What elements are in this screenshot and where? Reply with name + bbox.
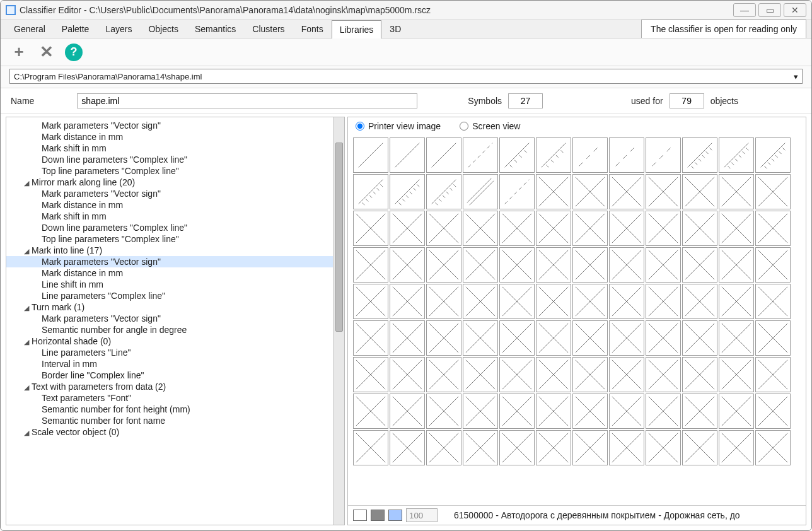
symbol-cell[interactable] [426,320,461,356]
symbol-cell[interactable] [572,211,608,246]
tree-group[interactable]: ◢Mark into line (17) [6,245,333,256]
expander-icon[interactable]: ◢ [24,304,30,312]
scale-input[interactable] [406,508,438,522]
symbol-cell[interactable] [719,137,754,173]
symbol-cell[interactable] [609,211,644,246]
symbol-cell[interactable] [682,211,717,246]
symbol-cell[interactable] [463,137,498,173]
symbol-cell[interactable] [499,174,535,209]
symbol-cell[interactable] [463,430,498,465]
tree-item[interactable]: Top line parameters "Complex line" [6,233,333,245]
symbol-cell[interactable] [353,284,388,319]
symbol-cell[interactable] [609,320,644,356]
symbol-cell[interactable] [572,284,608,319]
symbol-cell[interactable] [499,320,535,356]
tree-item[interactable]: Line parameters "Line" [6,347,333,358]
symbol-cell[interactable] [682,320,717,356]
tree-item[interactable]: Text parameters "Font" [6,392,333,404]
expander-icon[interactable]: ◢ [24,179,30,187]
symbol-cell[interactable] [682,247,717,283]
symbol-cell[interactable] [755,174,791,209]
symbol-cell[interactable] [572,137,608,173]
symbol-cell[interactable] [390,357,425,392]
tree-scrollbar[interactable] [333,117,344,525]
symbol-cell[interactable] [426,211,461,246]
symbol-cell[interactable] [536,247,571,283]
name-input[interactable] [77,93,417,108]
symbol-cell[interactable] [609,174,644,209]
symbol-cell[interactable] [755,247,791,283]
tree-item[interactable]: Mark parameters "Vector sign" [6,256,333,267]
symbol-cell[interactable] [390,284,425,319]
symbol-cell[interactable] [390,394,425,429]
tree-group[interactable]: ◢Text with parameters from data (2) [6,381,333,392]
symbol-cell[interactable] [646,211,681,246]
symbol-cell[interactable] [719,320,754,356]
tab-layers[interactable]: Layers [97,20,140,38]
symbol-cell[interactable] [719,430,754,465]
symbol-cell[interactable] [499,247,535,283]
symbol-cell[interactable] [682,284,717,319]
tree-item[interactable]: Semantic number for font name [6,415,333,426]
tab-libraries[interactable]: Libraries [332,20,382,38]
symbol-cell[interactable] [682,174,717,209]
symbol-cell[interactable] [755,211,791,246]
symbol-cell[interactable] [536,320,571,356]
symbol-cell[interactable] [426,430,461,465]
symbol-cell[interactable] [426,247,461,283]
tree-item[interactable]: Border line "Complex line" [6,370,333,381]
symbol-cell[interactable] [426,137,461,173]
symbol-cell[interactable] [463,247,498,283]
tab-3d[interactable]: 3D [381,20,409,38]
symbol-cell[interactable] [646,284,681,319]
tree-group[interactable]: ◢Turn mark (1) [6,301,333,313]
expander-icon[interactable]: ◢ [24,247,30,255]
symbol-cell[interactable] [536,174,571,209]
tree-item[interactable]: Interval in mm [6,358,333,370]
screen-view-radio[interactable]: Screen view [460,121,520,131]
symbol-cell[interactable] [536,284,571,319]
symbol-cell[interactable] [572,247,608,283]
tree-group[interactable]: ◢Scale vector object (0) [6,426,333,438]
tab-objects[interactable]: Objects [140,20,186,38]
swatch-white[interactable] [353,510,367,521]
symbol-cell[interactable] [609,284,644,319]
minimize-button[interactable]: — [733,3,756,17]
symbol-cell[interactable] [390,247,425,283]
symbol-cell[interactable] [426,357,461,392]
tab-palette[interactable]: Palette [54,20,98,38]
symbol-cell[interactable] [353,211,388,246]
symbol-cell[interactable] [499,430,535,465]
symbol-cell[interactable] [755,430,791,465]
help-button[interactable]: ? [65,44,83,61]
library-path-combo[interactable]: C:\Program Files\Panorama\Panorama14\sha… [9,69,803,84]
tree-item[interactable]: Mark parameters "Vector sign" [6,313,333,324]
swatch-blue[interactable] [388,510,402,521]
symbol-cell[interactable] [390,137,425,173]
symbol-cell[interactable] [719,394,754,429]
symbol-cell[interactable] [646,394,681,429]
symbol-cell[interactable] [646,320,681,356]
symbol-cell[interactable] [390,174,425,209]
symbol-cell[interactable] [536,394,571,429]
tree-item[interactable]: Down line parameters "Complex line" [6,154,333,165]
symbol-cell[interactable] [426,394,461,429]
symbol-cell[interactable] [609,137,644,173]
symbol-cell[interactable] [755,137,791,173]
symbol-cell[interactable] [353,394,388,429]
symbol-cell[interactable] [572,357,608,392]
tab-semantics[interactable]: Semantics [187,20,244,38]
tab-fonts[interactable]: Fonts [293,20,332,38]
maximize-button[interactable]: ▭ [758,3,781,17]
symbol-cell[interactable] [646,174,681,209]
tree-item[interactable]: Line parameters "Complex line" [6,290,333,301]
symbol-cell[interactable] [499,284,535,319]
symbol-cell[interactable] [646,430,681,465]
symbol-cell[interactable] [572,394,608,429]
symbol-cell[interactable] [426,284,461,319]
tree-item[interactable]: Top line parameters "Complex line" [6,165,333,177]
symbol-cell[interactable] [463,394,498,429]
symbol-cell[interactable] [353,430,388,465]
symbol-cell[interactable] [353,357,388,392]
tree-group[interactable]: ◢Horizontal shade (0) [6,336,333,347]
